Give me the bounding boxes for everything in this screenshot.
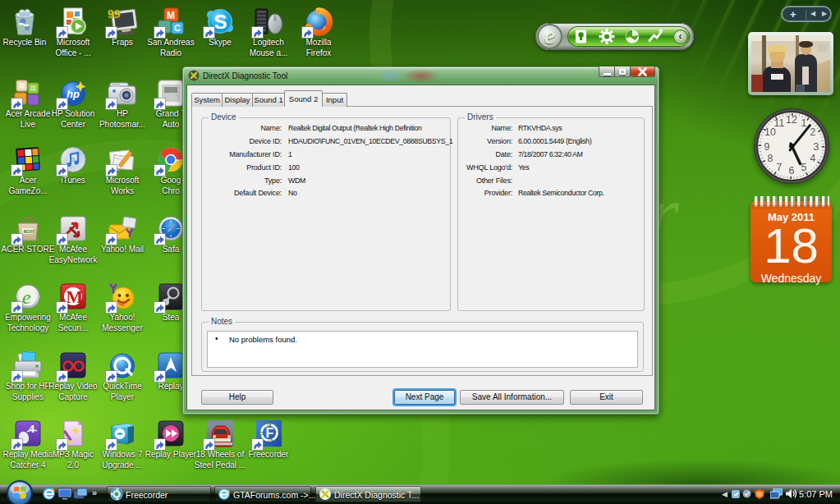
svg-text:6: 6 (789, 165, 795, 176)
svg-text:9: 9 (764, 141, 770, 153)
svg-text:4: 4 (810, 153, 816, 164)
svg-text:2: 2 (810, 126, 816, 138)
svg-text:8: 8 (768, 153, 773, 164)
svg-text:3: 3 (814, 141, 819, 153)
svg-text:F: F (266, 426, 274, 440)
svg-text:4: 4 (29, 423, 35, 435)
svg-text:1: 1 (801, 117, 807, 129)
svg-text:M: M (167, 10, 175, 21)
svg-text:M: M (67, 286, 84, 307)
svg-text:e: e (22, 286, 31, 308)
svg-text:11: 11 (774, 117, 785, 129)
svg-text:7: 7 (777, 162, 783, 173)
svg-text:12: 12 (786, 114, 797, 126)
svg-text:99: 99 (108, 7, 121, 21)
svg-text:5: 5 (801, 162, 807, 173)
svg-text:S: S (214, 11, 227, 33)
svg-text:acer: acer (24, 228, 35, 234)
svg-text:hp: hp (67, 88, 80, 100)
svg-text:C: C (174, 23, 181, 33)
